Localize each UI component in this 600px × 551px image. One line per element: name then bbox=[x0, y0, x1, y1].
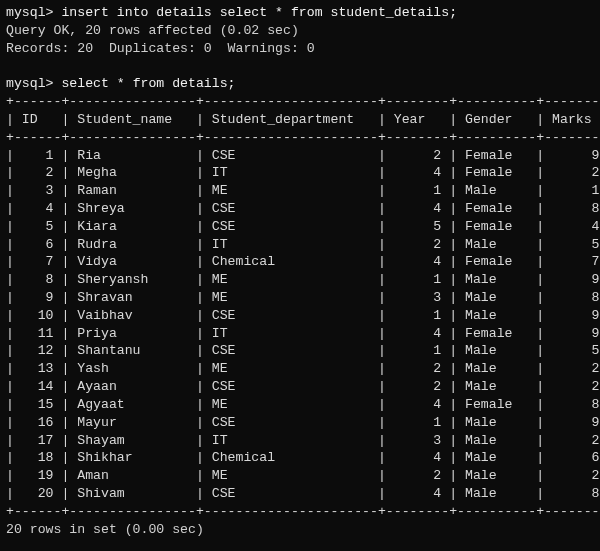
mysql-terminal[interactable]: mysql> insert into details select * from… bbox=[0, 0, 600, 542]
